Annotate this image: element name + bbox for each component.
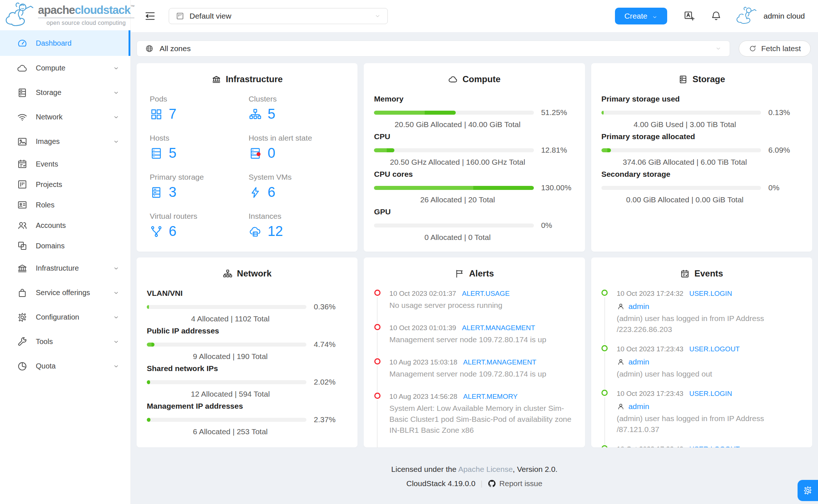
zone-selector[interactable]: All zones: [137, 41, 730, 57]
fetch-latest-button[interactable]: Fetch latest: [739, 41, 811, 57]
report-issue-link[interactable]: Report issue: [488, 479, 542, 488]
progress-bar: [147, 380, 306, 384]
flag-icon: [455, 269, 465, 279]
sidebar-item-service-offerings[interactable]: Service offerings: [0, 280, 130, 305]
chevron-down-icon: [113, 89, 119, 96]
sidebar-item-label: Infrastructure: [36, 264, 113, 272]
cluster-icon: [249, 108, 262, 121]
usage-caption: 12 Allocated | 594 Total: [147, 390, 347, 398]
alerts-card: Alerts 10 Oct 2023 02:01:37ALERT.USAGENo…: [364, 257, 585, 447]
stat-value[interactable]: 7: [169, 106, 176, 122]
usage-label: Primary storage allocated: [601, 132, 802, 141]
sidebar-item-dashboard[interactable]: Dashboard: [0, 30, 130, 56]
sidebar-item-roles[interactable]: Roles: [0, 195, 130, 215]
sidebar-item-events[interactable]: Events: [0, 154, 130, 174]
type-tag-link[interactable]: ALERT.MANAGEMENT: [462, 323, 535, 333]
chevron-down-icon: [113, 290, 119, 296]
stat-value[interactable]: 12: [268, 224, 283, 239]
sidebar-item-projects[interactable]: Projects: [0, 174, 130, 195]
stat-value[interactable]: 5: [169, 145, 176, 161]
stat-value[interactable]: 6: [169, 224, 176, 239]
sidebar-item-configuration[interactable]: Configuration: [0, 305, 130, 329]
view-icon: [176, 12, 184, 20]
sidebar-item-label: Images: [36, 137, 113, 146]
description: No usage server process running: [389, 300, 574, 311]
sidebar-item-tools[interactable]: Tools: [0, 329, 130, 354]
user-link[interactable]: admin: [628, 401, 649, 412]
user-icon: [617, 402, 625, 411]
chevron-down-icon: [113, 65, 119, 72]
network-card: Network VLAN/VNI0.36%4 Allocated | 1102 …: [137, 257, 358, 447]
translate-icon[interactable]: [683, 10, 695, 22]
type-tag-link[interactable]: USER.LOGOUT: [689, 444, 739, 447]
usage-caption: 26 Allocated | 20 Total: [374, 195, 574, 204]
create-button[interactable]: Create: [615, 8, 667, 24]
main-area: Default view Create admin cl: [131, 0, 818, 504]
timestamp: 10 Oct 2023 02:01:37: [389, 289, 456, 298]
type-tag-link[interactable]: ALERT.MEMORY: [463, 392, 517, 401]
type-tag-link[interactable]: USER.LOGIN: [689, 389, 732, 398]
chevron-down-icon: [113, 265, 119, 272]
sidebar-item-accounts[interactable]: Accounts: [0, 215, 130, 236]
timestamp: 10 Oct 2023 17:23:43: [617, 344, 684, 354]
stat-value[interactable]: 0: [268, 145, 275, 161]
sidebar-item-label: Dashboard: [36, 39, 118, 47]
usage-memory: Memory51.25%20.50 GiB Allocated | 40.00 …: [374, 95, 574, 129]
sidebar-collapse-icon[interactable]: [144, 10, 156, 22]
type-tag-link[interactable]: USER.LOGIN: [689, 289, 732, 298]
sidebar-item-infrastructure[interactable]: Infrastructure: [0, 256, 130, 280]
sidebar-item-domains[interactable]: Domains: [0, 236, 130, 256]
progress-bar: [601, 186, 761, 190]
user-link[interactable]: admin: [628, 357, 649, 367]
zone-selector-value: All zones: [160, 44, 715, 53]
usage-label: CPU cores: [374, 170, 574, 179]
timeline-dot: [601, 345, 608, 351]
stat-hosts: Hosts5: [150, 134, 249, 173]
chevron-down-icon: [374, 13, 381, 19]
stat-value[interactable]: 6: [268, 184, 275, 200]
stat-value[interactable]: 3: [169, 184, 176, 200]
stat-label: Clusters: [249, 95, 348, 103]
usage-caption: 9 Allocated | 190 Total: [147, 352, 347, 361]
type-tag-link[interactable]: ALERT.MANAGEMENT: [463, 358, 536, 367]
stat-clusters: Clusters5: [249, 95, 348, 134]
timestamp: 10 Oct 2023 01:01:39: [389, 323, 456, 333]
stat-label: Hosts: [150, 134, 249, 142]
globe-icon: [145, 44, 154, 53]
events-card: Events 10 Oct 2023 17:24:32USER.LOGINadm…: [591, 257, 812, 447]
fork-icon: [150, 225, 163, 238]
sidebar-item-images[interactable]: Images: [0, 129, 130, 154]
usage-caption: 0 Allocated | 0 Total: [374, 233, 574, 242]
cloudmonkey-avatar[interactable]: [735, 6, 759, 26]
apache-license-link[interactable]: Apache License: [458, 465, 513, 473]
stat-value[interactable]: 5: [268, 106, 275, 122]
sidebar-item-compute[interactable]: Compute: [0, 56, 130, 80]
alerts-timeline: 10 Oct 2023 02:01:37ALERT.USAGENo usage …: [374, 289, 574, 447]
sidebar-item-network[interactable]: Network: [0, 105, 130, 129]
type-tag-link[interactable]: USER.LOGOUT: [689, 344, 739, 354]
cloudstack-dashboard: apachecloudstack™ open source cloud comp…: [0, 0, 818, 504]
notifications-bell-icon[interactable]: [710, 10, 722, 22]
view-selector[interactable]: Default view: [169, 8, 388, 24]
sidebar-item-quota[interactable]: Quota: [0, 354, 130, 378]
cloud-icon: [448, 75, 458, 84]
usage-primary-storage-allocated: Primary storage allocated6.09%374.06 GiB…: [601, 132, 802, 167]
progress-bar: [601, 111, 761, 115]
user-label[interactable]: admin cloud: [764, 12, 805, 20]
usage-label: Memory: [374, 95, 574, 103]
brand-logo[interactable]: apachecloudstack™ open source cloud comp…: [0, 0, 130, 30]
usage-percent: 4.74%: [306, 340, 347, 349]
usage-cpu-cores: CPU cores130.00%26 Allocated | 20 Total: [374, 170, 574, 204]
stat-label: Pods: [150, 95, 249, 103]
alert-item: 10 Oct 2023 01:01:39ALERT.MANAGEMENTMana…: [374, 323, 574, 358]
chevron-down-icon: [113, 314, 119, 321]
user-link[interactable]: admin: [628, 301, 649, 312]
type-tag-link[interactable]: ALERT.USAGE: [462, 289, 510, 298]
wrench-icon: [17, 336, 28, 347]
usage-label: Shared network IPs: [147, 364, 347, 373]
usage-percent: 0.13%: [761, 108, 802, 117]
sidebar-item-storage[interactable]: Storage: [0, 80, 130, 105]
pie-icon: [17, 361, 28, 372]
project-icon: [17, 179, 28, 190]
settings-fab-button[interactable]: [798, 480, 818, 501]
